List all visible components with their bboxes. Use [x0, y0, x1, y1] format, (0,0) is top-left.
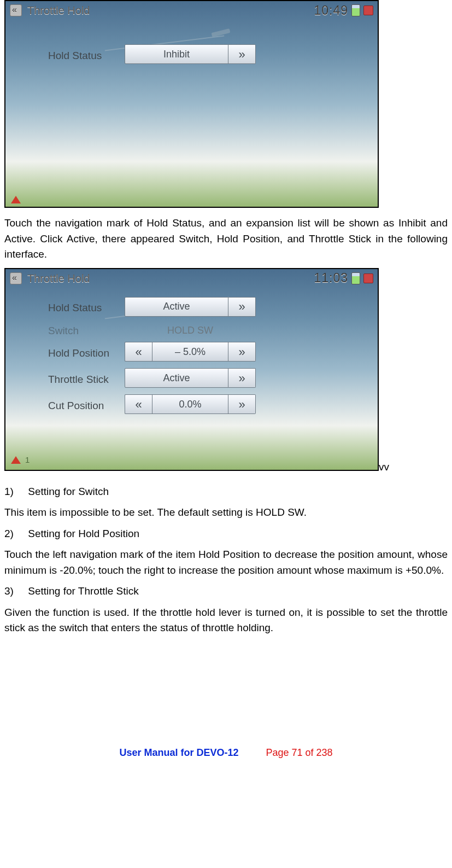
- throttle-stick-nav-right-icon[interactable]: »: [228, 368, 256, 388]
- stray-text-vv: vv: [379, 459, 389, 475]
- hold-position-row: Hold Position « – 5.0% »: [5, 340, 378, 366]
- warning-triangle-icon: [11, 196, 21, 203]
- hold-status-value[interactable]: Active: [125, 297, 228, 317]
- throttle-stick-value[interactable]: Active: [125, 368, 228, 388]
- switch-row: Switch HOLD SW: [5, 322, 378, 341]
- footer-page-number: Page 71 of 238: [266, 747, 332, 758]
- screen-title: Throttle Hold: [27, 270, 90, 287]
- cut-position-nav-right-icon[interactable]: »: [228, 394, 256, 414]
- cut-position-value[interactable]: 0.0%: [152, 394, 228, 414]
- hold-status-label: Hold Status: [15, 48, 125, 64]
- footer-manual-title: User Manual for DEVO-12: [119, 747, 238, 758]
- status-red-icon: [363, 5, 373, 15]
- item-2-body: Touch the left navigation mark of the it…: [4, 547, 448, 578]
- item-1-title: Setting for Switch: [28, 486, 109, 497]
- hold-status-value[interactable]: Inhibit: [125, 44, 228, 64]
- device-top-bar: Throttle Hold 10:49: [5, 1, 378, 20]
- device-status-bar: [5, 196, 378, 203]
- hold-position-label: Hold Position: [15, 346, 125, 362]
- status-text: 1: [25, 454, 30, 467]
- throttle-stick-row: Throttle Stick Active »: [5, 366, 378, 393]
- item-2-title: Setting for Hold Position: [28, 528, 139, 539]
- battery-icon: [351, 4, 360, 16]
- back-icon[interactable]: [10, 272, 22, 284]
- screen-title: Throttle Hold: [27, 2, 90, 19]
- cut-position-label: Cut Position: [15, 398, 125, 414]
- item-3-title: Setting for Throttle Stick: [28, 585, 138, 597]
- throttle-stick-label: Throttle Stick: [15, 372, 125, 388]
- paragraph-intro: Touch the navigation mark of Hold Status…: [4, 215, 448, 263]
- item-1-heading: 1) Setting for Switch: [4, 484, 448, 500]
- item-2-number: 2): [4, 526, 25, 542]
- switch-label: Switch: [15, 323, 125, 339]
- item-1-body: This item is impossible to be set. The d…: [4, 505, 448, 521]
- hold-position-nav-right-icon[interactable]: »: [228, 342, 256, 362]
- hold-status-nav-right-icon[interactable]: »: [228, 297, 256, 317]
- cut-position-nav-left-icon[interactable]: «: [125, 394, 152, 414]
- hold-status-label: Hold Status: [15, 300, 125, 316]
- item-3-number: 3): [4, 584, 25, 599]
- item-3-heading: 3) Setting for Throttle Stick: [4, 584, 448, 599]
- item-1-number: 1): [4, 484, 25, 500]
- clock-text: 11:03: [314, 269, 348, 288]
- device-status-bar: 1: [5, 454, 378, 467]
- page-footer: User Manual for DEVO-12 Page 71 of 238: [4, 745, 448, 770]
- battery-icon: [351, 272, 360, 284]
- hold-status-row: Hold Status Inhibit »: [5, 43, 378, 69]
- device-top-bar: Throttle Hold 11:03: [5, 269, 378, 288]
- clock-text: 10:49: [314, 1, 348, 20]
- item-3-body: Given the function is used. If the throt…: [4, 605, 448, 636]
- back-icon[interactable]: [10, 4, 22, 16]
- throttle-hold-screenshot-active: Throttle Hold 11:03 Hold Status Active »…: [4, 268, 379, 471]
- throttle-hold-screenshot-inhibit: Throttle Hold 10:49 Hold Status Inhibit …: [4, 0, 379, 208]
- warning-triangle-icon: [11, 456, 21, 464]
- switch-value: HOLD SW: [125, 323, 256, 338]
- status-red-icon: [363, 273, 373, 283]
- hold-position-nav-left-icon[interactable]: «: [125, 342, 152, 362]
- hold-status-row: Hold Status Active »: [5, 295, 378, 322]
- item-2-heading: 2) Setting for Hold Position: [4, 526, 448, 542]
- hold-position-value[interactable]: – 5.0%: [152, 342, 228, 362]
- cut-position-row: Cut Position « 0.0% »: [5, 393, 378, 419]
- hold-status-nav-right-icon[interactable]: »: [228, 44, 256, 64]
